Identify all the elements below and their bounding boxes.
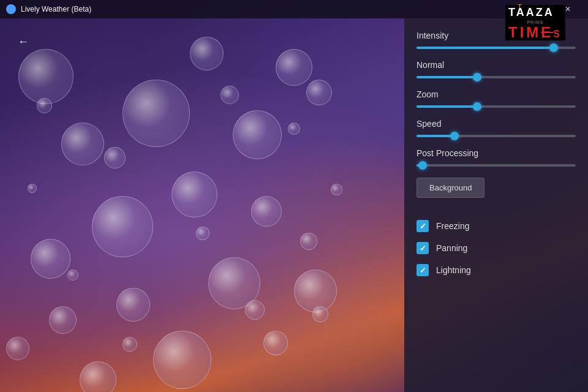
post-processing-setting: Post Processing: [417, 148, 576, 167]
droplet: [116, 288, 150, 322]
intensity-slider-fill: [417, 47, 554, 49]
droplet: [190, 37, 224, 70]
post-processing-slider-track[interactable]: [417, 164, 576, 167]
back-button[interactable]: ←: [12, 31, 34, 53]
droplet: [92, 196, 153, 257]
droplet: [6, 337, 29, 360]
droplet: [196, 227, 209, 240]
app-title: Lively Weather (Beta): [21, 5, 91, 13]
app-icon: [6, 4, 16, 14]
post-processing-slider-thumb[interactable]: [418, 161, 427, 170]
droplet: [312, 306, 328, 322]
droplet: [276, 49, 312, 86]
normal-slider-track[interactable]: [417, 76, 576, 78]
lightning-label: Lightning: [436, 265, 471, 275]
droplet: [221, 86, 239, 104]
normal-slider-thumb[interactable]: [473, 73, 481, 81]
freezing-label: Freezing: [436, 221, 469, 231]
normal-slider-fill: [417, 76, 477, 78]
settings-panel: Intensity Normal Zoom Speed Post Process…: [404, 18, 588, 392]
droplet: [263, 331, 288, 355]
post-processing-label: Post Processing: [417, 148, 576, 158]
droplet: [61, 123, 104, 165]
panning-label: Panning: [436, 243, 467, 253]
droplet: [300, 233, 317, 250]
droplet: [251, 196, 282, 227]
droplet: [123, 80, 190, 147]
speed-slider-thumb[interactable]: [450, 132, 459, 140]
lightning-checkbox-row[interactable]: ✓ Lightning: [417, 264, 576, 276]
normal-setting: Normal: [417, 60, 576, 78]
droplet: [153, 331, 211, 389]
intensity-slider-thumb[interactable]: [549, 43, 558, 52]
zoom-slider-thumb[interactable]: [473, 102, 481, 111]
droplet: [104, 147, 126, 168]
droplet: [37, 98, 52, 113]
droplet: [67, 270, 78, 281]
droplet: [233, 110, 282, 159]
intensity-slider-track[interactable]: [417, 47, 576, 49]
droplet: [49, 306, 77, 334]
droplet: [123, 337, 137, 352]
lightning-check-icon: ✓: [420, 266, 426, 275]
droplet: [294, 270, 337, 312]
speed-slider-fill: [417, 135, 454, 137]
zoom-slider-fill: [417, 105, 477, 108]
panning-check-icon: ✓: [420, 244, 426, 253]
droplet: [245, 300, 265, 320]
droplet: [80, 361, 116, 392]
zoom-setting: Zoom: [417, 89, 576, 108]
speed-slider-track[interactable]: [417, 135, 576, 137]
droplet: [18, 49, 74, 104]
lightning-checkbox[interactable]: ✓: [417, 264, 429, 276]
speed-label: Speed: [417, 119, 576, 129]
logo-time: TIMES: [508, 25, 562, 40]
speed-setting: Speed: [417, 119, 576, 137]
droplet: [28, 184, 37, 193]
zoom-slider-track[interactable]: [417, 105, 576, 108]
freezing-checkbox-row[interactable]: ✓ Freezing: [417, 220, 576, 232]
logo: TA⊤AZA PRIME TIMES: [505, 5, 585, 45]
background-button[interactable]: Background: [417, 178, 484, 198]
zoom-label: Zoom: [417, 89, 576, 99]
normal-label: Normal: [417, 60, 576, 70]
freezing-checkbox[interactable]: ✓: [417, 220, 429, 232]
freezing-check-icon: ✓: [420, 222, 426, 231]
background-button-container: Background: [417, 178, 576, 209]
titlebar: Lively Weather (Beta) ─ □ ✕: [0, 0, 588, 18]
logo-taaza: TA⊤AZA: [508, 6, 562, 20]
droplet: [306, 80, 332, 105]
panning-checkbox[interactable]: ✓: [417, 242, 429, 254]
droplet: [288, 123, 300, 135]
droplet: [172, 172, 217, 217]
droplet: [31, 239, 70, 279]
panning-checkbox-row[interactable]: ✓ Panning: [417, 242, 576, 254]
droplet: [331, 184, 342, 195]
